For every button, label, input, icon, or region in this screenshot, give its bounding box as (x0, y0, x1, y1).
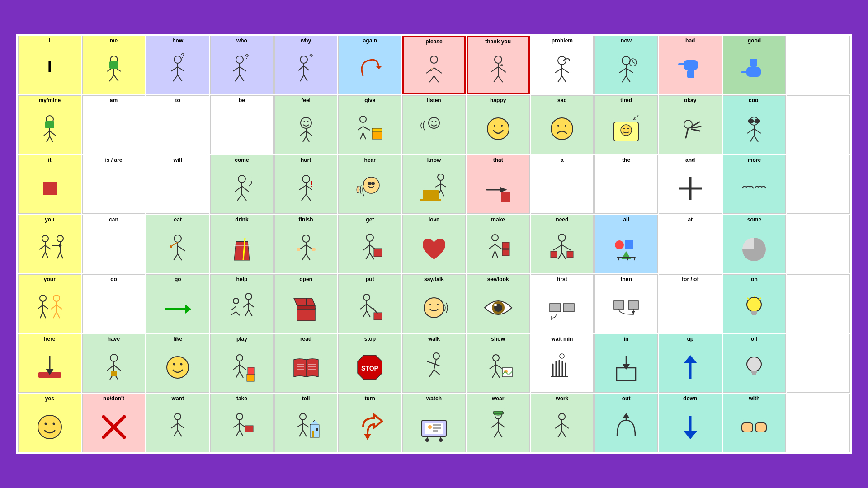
cell-eat[interactable]: eat (146, 215, 209, 273)
cell-yes[interactable]: yes (18, 394, 81, 452)
cell-bad[interactable]: bad (659, 36, 722, 94)
svg-point-291 (433, 353, 439, 359)
cell-more[interactable]: more (723, 155, 786, 214)
svg-point-78 (360, 116, 366, 122)
cell-need[interactable]: need (531, 215, 594, 273)
cell-know[interactable]: know (402, 155, 466, 214)
cell-please[interactable]: please (402, 36, 466, 94)
cell-tell[interactable]: tell (274, 394, 338, 452)
svg-line-364 (498, 422, 505, 427)
cell-hear[interactable]: hear (338, 155, 401, 214)
cell-mymine[interactable]: my/mine (18, 95, 81, 154)
cell-watch[interactable]: watch (402, 394, 466, 452)
cell-down[interactable]: down (659, 394, 722, 452)
svg-rect-183 (374, 249, 382, 257)
cell-now[interactable]: now (594, 36, 658, 94)
cell-feel[interactable]: feel (274, 95, 338, 154)
cell-go[interactable]: go (146, 274, 209, 333)
cell-who[interactable]: who ? (210, 36, 274, 94)
cell-will[interactable]: will (146, 155, 209, 214)
svg-line-267 (114, 365, 121, 371)
cell-cool[interactable]: cool (723, 95, 786, 154)
cell-put[interactable]: put (338, 274, 401, 333)
cell-make[interactable]: make (467, 215, 530, 273)
cell-empty-r3 (787, 215, 850, 273)
cell-why[interactable]: why ? (274, 36, 338, 94)
svg-line-163 (178, 254, 182, 260)
cell-at[interactable]: at (659, 215, 722, 273)
cell-some[interactable]: some (723, 215, 786, 273)
cell-wear[interactable]: wear (467, 394, 530, 452)
cell-out[interactable]: out (594, 394, 658, 452)
cell-first[interactable]: first (531, 274, 594, 333)
cell-and[interactable]: and (659, 155, 722, 214)
cell-stop[interactable]: stop STOP (338, 334, 401, 393)
cell-turn[interactable]: turn (338, 394, 401, 452)
cell-a[interactable]: a (531, 155, 594, 214)
cell-on[interactable]: on (723, 274, 786, 333)
cell-saytalk[interactable]: say/talk (402, 274, 466, 333)
cell-tired[interactable]: tired z z (594, 95, 658, 154)
svg-line-120 (235, 186, 242, 192)
cell-drink[interactable]: drink (210, 215, 274, 273)
cell-want[interactable]: want (146, 394, 209, 452)
svg-line-189 (495, 251, 498, 258)
cell-show[interactable]: show (467, 334, 530, 393)
cell-have[interactable]: have (82, 334, 146, 393)
cell-come[interactable]: come (210, 155, 274, 214)
cell-here[interactable]: here (18, 334, 81, 393)
cell-problem[interactable]: problem (531, 36, 594, 94)
cell-sad[interactable]: sad (531, 95, 594, 154)
cell-okay[interactable]: okay (659, 95, 722, 154)
cell-you[interactable]: you (18, 215, 81, 273)
cell-I[interactable]: I I (18, 36, 81, 94)
svg-line-45 (562, 68, 569, 73)
cell-take[interactable]: take (210, 394, 274, 452)
cell-get[interactable]: get (338, 215, 401, 273)
cell-all[interactable]: all (594, 215, 658, 273)
svg-line-76 (303, 136, 306, 142)
cell-seelook[interactable]: see/look (467, 274, 530, 333)
cell-hurt[interactable]: hurt ! (274, 155, 338, 214)
cell-open[interactable]: open (274, 274, 338, 333)
cell-again[interactable]: again (338, 36, 401, 94)
cell-your[interactable]: your (18, 274, 81, 333)
cell-walk[interactable]: walk (402, 334, 466, 393)
cell-help[interactable]: help (210, 274, 274, 333)
cell-then[interactable]: then (594, 274, 658, 333)
cell-me[interactable]: me (82, 36, 146, 94)
cell-be[interactable]: be (210, 95, 274, 154)
cell-in[interactable]: in (594, 334, 658, 393)
cell-can[interactable]: can (82, 215, 146, 273)
cell-good[interactable]: good (723, 36, 786, 94)
cell-happy[interactable]: happy (467, 95, 530, 154)
svg-line-371 (558, 431, 562, 437)
cell-for-of[interactable]: for / of (659, 274, 722, 333)
cell-up[interactable]: up (659, 334, 722, 393)
cell-how[interactable]: how ? (146, 36, 209, 94)
cell-listen[interactable]: listen (402, 95, 466, 154)
cell-am[interactable]: am (82, 95, 146, 154)
cell-to[interactable]: to (146, 95, 209, 154)
cell-read[interactable]: read (274, 334, 338, 393)
cell-give[interactable]: give (338, 95, 401, 154)
cell-off[interactable]: off (723, 334, 786, 393)
cell-that[interactable]: that (467, 155, 530, 214)
cell-it[interactable]: it (18, 155, 81, 214)
cell-is-are[interactable]: is / are (82, 155, 146, 214)
cell-finish[interactable]: finish (274, 215, 338, 273)
svg-line-129 (306, 194, 311, 201)
svg-line-77 (306, 136, 309, 142)
cell-thank-you[interactable]: thank you (467, 36, 530, 94)
cell-like[interactable]: like (146, 334, 209, 393)
cell-the[interactable]: the (594, 155, 658, 214)
svg-text:I: I (47, 57, 52, 76)
cell-love[interactable]: love (402, 215, 466, 273)
cell-with[interactable]: with (723, 394, 786, 452)
cell-do[interactable]: do (82, 274, 146, 333)
cell-play[interactable]: play (210, 334, 274, 393)
cell-wait-min[interactable]: wait min (531, 334, 594, 393)
cell-nodont[interactable]: no/don't (82, 394, 146, 452)
svg-line-260 (747, 298, 749, 300)
cell-work[interactable]: work (531, 394, 594, 452)
